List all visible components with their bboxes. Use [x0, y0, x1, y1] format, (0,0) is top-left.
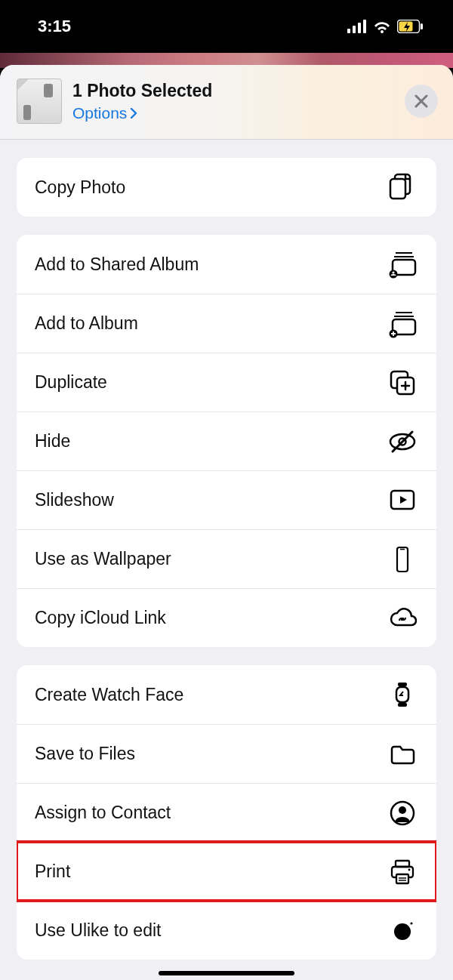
wifi-icon	[373, 20, 391, 33]
slideshow-label: Slideshow	[35, 490, 114, 510]
slideshow-row[interactable]: Slideshow	[17, 470, 436, 529]
add-shared-album-row[interactable]: Add to Shared Album	[17, 235, 436, 294]
close-icon	[414, 94, 428, 108]
action-section: Create Watch FaceSave to FilesAssign to …	[17, 665, 436, 960]
duplicate-icon	[387, 368, 418, 397]
phone-icon	[387, 545, 418, 574]
sheet-header: 1 Photo Selected Options	[0, 65, 453, 140]
duplicate-label: Duplicate	[35, 372, 107, 393]
print-label: Print	[35, 861, 70, 882]
cloud-link-icon	[387, 604, 418, 633]
options-label: Options	[72, 104, 127, 122]
assign-contact-label: Assign to Contact	[35, 803, 171, 823]
hide-icon	[387, 427, 418, 456]
add-album-icon	[387, 310, 418, 338]
watch-icon	[387, 680, 418, 709]
share-sheet: 1 Photo Selected Options Copy PhotoAdd t…	[0, 65, 453, 980]
print-row[interactable]: Print	[17, 842, 436, 901]
cellular-icon	[347, 20, 367, 33]
printer-icon	[387, 858, 418, 886]
watch-face-label: Create Watch Face	[35, 685, 183, 705]
close-button[interactable]	[405, 85, 438, 118]
status-bar: 3:15	[0, 0, 453, 53]
icloud-link-label: Copy iCloud Link	[35, 608, 166, 628]
dot-icon	[387, 917, 418, 945]
save-files-label: Save to Files	[35, 744, 135, 764]
watch-face-row[interactable]: Create Watch Face	[17, 665, 436, 724]
photo-thumbnail[interactable]	[17, 79, 62, 124]
hide-label: Hide	[35, 431, 70, 451]
header-title: 1 Photo Selected	[72, 81, 405, 101]
copy-photo-row[interactable]: Copy Photo	[17, 158, 436, 217]
ulike-row[interactable]: Use Ulike to edit	[17, 901, 436, 960]
save-files-row[interactable]: Save to Files	[17, 724, 436, 783]
home-indicator[interactable]	[159, 971, 294, 975]
duplicate-row[interactable]: Duplicate	[17, 353, 436, 411]
wallpaper-row[interactable]: Use as Wallpaper	[17, 529, 436, 588]
options-button[interactable]: Options	[72, 104, 405, 122]
wallpaper-label: Use as Wallpaper	[35, 549, 171, 569]
status-time: 3:15	[38, 17, 71, 36]
action-section: Copy Photo	[17, 158, 436, 217]
add-shared-album-label: Add to Shared Album	[35, 254, 199, 275]
action-section: Add to Shared AlbumAdd to AlbumDuplicate…	[17, 235, 436, 647]
assign-contact-row[interactable]: Assign to Contact	[17, 783, 436, 842]
hide-row[interactable]: Hide	[17, 411, 436, 470]
play-icon	[387, 486, 418, 515]
icloud-link-row[interactable]: Copy iCloud Link	[17, 588, 436, 647]
chevron-right-icon	[130, 108, 137, 119]
contact-icon	[387, 799, 418, 827]
svg-rect-2	[358, 23, 361, 33]
folder-icon	[387, 740, 418, 769]
copy-icon	[387, 173, 418, 202]
battery-charging-icon	[397, 20, 423, 33]
svg-rect-6	[421, 23, 423, 29]
shared-album-icon	[387, 250, 418, 279]
status-indicators	[347, 20, 423, 33]
copy-photo-label: Copy Photo	[35, 177, 125, 198]
svg-rect-0	[347, 29, 350, 33]
add-album-row[interactable]: Add to Album	[17, 294, 436, 353]
svg-rect-1	[353, 26, 356, 33]
add-album-label: Add to Album	[35, 313, 138, 334]
svg-rect-3	[363, 20, 366, 33]
ulike-label: Use Ulike to edit	[35, 920, 161, 941]
